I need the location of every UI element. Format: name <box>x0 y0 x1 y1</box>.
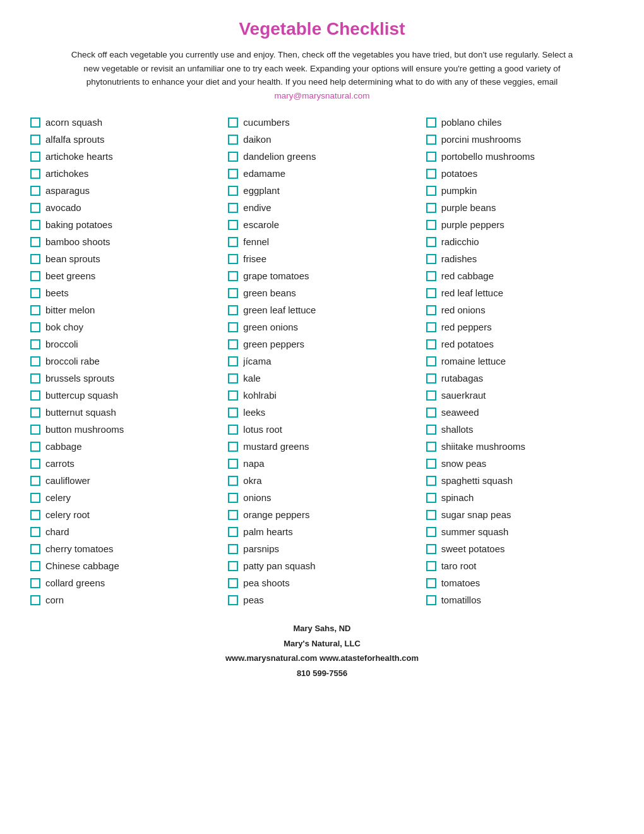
checkbox[interactable] <box>228 459 238 469</box>
checkbox[interactable] <box>228 390 238 401</box>
list-item[interactable]: buttercup squash <box>25 387 223 404</box>
list-item[interactable]: onions <box>223 489 420 506</box>
list-item[interactable]: lotus root <box>223 421 420 438</box>
list-item[interactable]: corn <box>25 591 223 608</box>
checkbox[interactable] <box>228 561 238 571</box>
checkbox[interactable] <box>30 169 40 179</box>
checkbox[interactable] <box>30 373 40 384</box>
checkbox[interactable] <box>30 527 40 537</box>
list-item[interactable]: green onions <box>223 318 420 335</box>
checkbox[interactable] <box>30 544 40 554</box>
checkbox[interactable] <box>228 578 238 588</box>
checkbox[interactable] <box>228 356 238 366</box>
checkbox[interactable] <box>228 186 238 196</box>
list-item[interactable]: patty pan squash <box>223 557 420 574</box>
checkbox[interactable] <box>426 425 436 435</box>
list-item[interactable]: escarole <box>223 216 420 233</box>
checkbox[interactable] <box>30 339 40 349</box>
list-item[interactable]: avocado <box>25 199 223 216</box>
list-item[interactable]: grape tomatoes <box>223 267 420 284</box>
checkbox[interactable] <box>228 510 238 520</box>
checkbox[interactable] <box>426 459 436 469</box>
list-item[interactable]: artichokes <box>25 165 223 182</box>
list-item[interactable]: green peppers <box>223 335 420 353</box>
list-item[interactable]: mustard greens <box>223 438 420 455</box>
checkbox[interactable] <box>228 339 238 349</box>
list-item[interactable]: parsnips <box>223 540 420 557</box>
list-item[interactable]: fennel <box>223 233 420 250</box>
list-item[interactable]: asparagus <box>25 182 223 199</box>
list-item[interactable]: snow peas <box>421 455 619 472</box>
checkbox[interactable] <box>426 152 436 162</box>
list-item[interactable]: celery root <box>25 506 223 523</box>
checkbox[interactable] <box>426 493 436 503</box>
checkbox[interactable] <box>228 237 238 247</box>
checkbox[interactable] <box>30 118 40 128</box>
list-item[interactable]: napa <box>223 455 420 472</box>
list-item[interactable]: broccoli <box>25 335 223 353</box>
checkbox[interactable] <box>426 595 436 605</box>
email-link[interactable]: mary@marysnatural.com <box>275 91 370 100</box>
list-item[interactable]: sugar snap peas <box>421 506 619 523</box>
checkbox[interactable] <box>426 408 436 418</box>
checkbox[interactable] <box>426 254 436 264</box>
checkbox[interactable] <box>228 152 238 162</box>
list-item[interactable]: alfalfa sprouts <box>25 131 223 148</box>
checkbox[interactable] <box>426 135 436 145</box>
list-item[interactable]: pea shoots <box>223 574 420 591</box>
checkbox[interactable] <box>426 476 436 486</box>
list-item[interactable]: endive <box>223 199 420 216</box>
list-item[interactable]: celery <box>25 489 223 506</box>
checkbox[interactable] <box>426 305 436 315</box>
checkbox[interactable] <box>30 510 40 520</box>
checkbox[interactable] <box>30 442 40 452</box>
list-item[interactable]: bamboo shoots <box>25 233 223 250</box>
checkbox[interactable] <box>30 578 40 588</box>
list-item[interactable]: beet greens <box>25 267 223 284</box>
checkbox[interactable] <box>426 442 436 452</box>
checkbox[interactable] <box>426 561 436 571</box>
checkbox[interactable] <box>426 578 436 588</box>
checkbox[interactable] <box>30 237 40 247</box>
checkbox[interactable] <box>228 305 238 315</box>
list-item[interactable]: red onions <box>421 301 619 318</box>
checkbox[interactable] <box>30 254 40 264</box>
checkbox[interactable] <box>30 561 40 571</box>
checkbox[interactable] <box>30 135 40 145</box>
checkbox[interactable] <box>30 186 40 196</box>
checkbox[interactable] <box>426 322 436 332</box>
checkbox[interactable] <box>426 169 436 179</box>
list-item[interactable]: portobello mushrooms <box>421 148 619 165</box>
checkbox[interactable] <box>426 288 436 298</box>
checkbox[interactable] <box>426 527 436 537</box>
list-item[interactable]: seaweed <box>421 404 619 421</box>
list-item[interactable]: cauliflower <box>25 472 223 489</box>
list-item[interactable]: green leaf lettuce <box>223 301 420 318</box>
checkbox[interactable] <box>228 118 238 128</box>
list-item[interactable]: purple peppers <box>421 216 619 233</box>
list-item[interactable]: broccoli rabe <box>25 353 223 370</box>
list-item[interactable]: dandelion greens <box>223 148 420 165</box>
checkbox[interactable] <box>228 373 238 384</box>
checkbox[interactable] <box>228 425 238 435</box>
checkbox[interactable] <box>228 203 238 213</box>
list-item[interactable]: chard <box>25 523 223 540</box>
list-item[interactable]: romaine lettuce <box>421 353 619 370</box>
list-item[interactable]: radicchio <box>421 233 619 250</box>
checkbox[interactable] <box>228 408 238 418</box>
list-item[interactable]: butternut squash <box>25 404 223 421</box>
list-item[interactable]: beets <box>25 284 223 301</box>
checkbox[interactable] <box>30 595 40 605</box>
list-item[interactable]: spinach <box>421 489 619 506</box>
list-item[interactable]: baking potatoes <box>25 216 223 233</box>
list-item[interactable]: shallots <box>421 421 619 438</box>
list-item[interactable]: button mushrooms <box>25 421 223 438</box>
list-item[interactable]: cucumbers <box>223 114 420 131</box>
list-item[interactable]: tomatillos <box>421 591 619 608</box>
list-item[interactable]: cherry tomatoes <box>25 540 223 557</box>
checkbox[interactable] <box>426 118 436 128</box>
checkbox[interactable] <box>228 544 238 554</box>
list-item[interactable]: spaghetti squash <box>421 472 619 489</box>
checkbox[interactable] <box>228 135 238 145</box>
list-item[interactable]: palm hearts <box>223 523 420 540</box>
